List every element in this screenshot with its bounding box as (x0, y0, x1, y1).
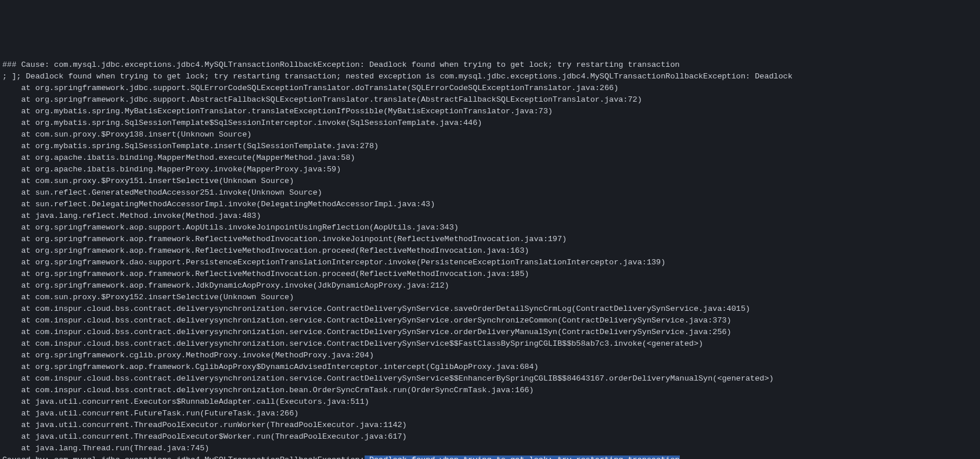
stacktrace-line: at com.inspur.cloud.bss.contract.deliver… (2, 303, 978, 315)
stacktrace-line: at org.springframework.cglib.proxy.Metho… (2, 350, 978, 361)
stacktrace-line: at org.springframework.jdbc.support.SQLE… (2, 83, 978, 94)
stacktrace-line: at org.springframework.dao.support.Persi… (2, 257, 978, 268)
stacktrace-line: at org.mybatis.spring.SqlSessionTemplate… (2, 141, 978, 152)
stacktrace-line: at java.lang.Thread.run(Thread.java:745) (2, 443, 978, 454)
stacktrace-line: at org.springframework.aop.framework.Cgl… (2, 361, 978, 373)
stacktrace-line: at com.inspur.cloud.bss.contract.deliver… (2, 373, 978, 385)
stacktrace-line: at sun.reflect.GeneratedMethodAccessor25… (2, 187, 978, 199)
stacktrace-line: at org.springframework.jdbc.support.Abst… (2, 94, 978, 106)
stacktrace-line: at org.mybatis.spring.SqlSessionTemplate… (2, 117, 978, 129)
stacktrace-line: at java.lang.reflect.Method.invoke(Metho… (2, 210, 978, 222)
stacktrace-line: at org.mybatis.spring.MyBatisExceptionTr… (2, 106, 978, 117)
stacktrace-line: at com.inspur.cloud.bss.contract.deliver… (2, 327, 978, 338)
stacktrace-line: at com.inspur.cloud.bss.contract.deliver… (2, 315, 978, 327)
caused-by-line: Caused by: com.mysql.jdbc.exceptions.jdb… (2, 454, 978, 459)
stacktrace-line: at java.util.concurrent.FutureTask.run(F… (2, 408, 978, 419)
stacktrace-lines: ### Cause: com.mysql.jdbc.exceptions.jdb… (2, 59, 978, 454)
stacktrace-line: at org.springframework.aop.framework.Ref… (2, 245, 978, 257)
error-message-line: ; ]; Deadlock found when trying to get l… (2, 71, 978, 83)
stacktrace-line: at org.springframework.aop.framework.Jdk… (2, 280, 978, 292)
stacktrace-line: at java.util.concurrent.ThreadPoolExecut… (2, 431, 978, 443)
error-message-line: ### Cause: com.mysql.jdbc.exceptions.jdb… (2, 59, 978, 71)
stacktrace-line: at sun.reflect.DelegatingMethodAccessorI… (2, 199, 978, 210)
stacktrace-line: at org.apache.ibatis.binding.MapperMetho… (2, 152, 978, 164)
stacktrace-line: at org.springframework.aop.framework.Ref… (2, 234, 978, 245)
stacktrace-line: at com.inspur.cloud.bss.contract.deliver… (2, 338, 978, 350)
caused-by-highlight: Deadlock found when trying to get lock; … (365, 456, 680, 459)
stacktrace-line: at com.sun.proxy.$Proxy151.insertSelecti… (2, 175, 978, 187)
stacktrace-line: at org.springframework.aop.framework.Ref… (2, 268, 978, 280)
stacktrace-line: at com.sun.proxy.$Proxy138.insert(Unknow… (2, 129, 978, 141)
stacktrace-line: at com.sun.proxy.$Proxy152.insertSelecti… (2, 292, 978, 303)
stacktrace-line: at java.util.concurrent.Executors$Runnab… (2, 396, 978, 408)
caused-by-prefix: Caused by: com.mysql.jdbc.exceptions.jdb… (2, 456, 365, 459)
stacktrace-line: at org.apache.ibatis.binding.MapperProxy… (2, 164, 978, 175)
stacktrace-line: at java.util.concurrent.ThreadPoolExecut… (2, 419, 978, 431)
stacktrace-line: at org.springframework.aop.support.AopUt… (2, 222, 978, 234)
stacktrace-line: at com.inspur.cloud.bss.contract.deliver… (2, 385, 978, 396)
log-viewer[interactable]: ### Cause: com.mysql.jdbc.exceptions.jdb… (0, 58, 980, 459)
